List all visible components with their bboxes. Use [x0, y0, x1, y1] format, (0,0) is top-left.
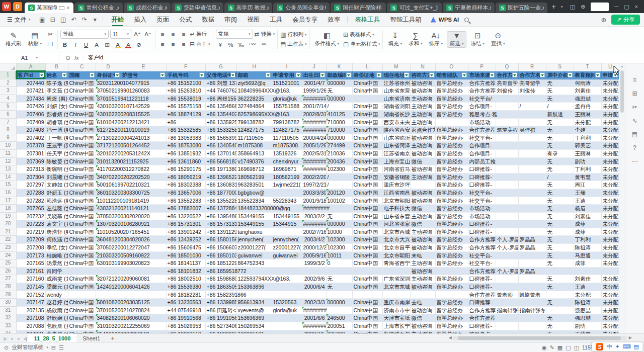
row-number[interactable]: 2	[0, 79, 16, 87]
cell[interactable]: 留学总经办	[435, 251, 468, 259]
cell[interactable]: 未分配	[601, 173, 619, 181]
cell[interactable]	[121, 267, 166, 275]
cell[interactable]: +86 1391129694	[205, 228, 236, 236]
cell[interactable]: China中国	[352, 134, 382, 142]
cell[interactable]	[518, 283, 546, 291]
cell[interactable]	[496, 173, 518, 181]
cell[interactable]	[518, 149, 546, 157]
font-color-button[interactable]: A	[124, 40, 133, 49]
cell[interactable]: +86 13552283	[166, 197, 205, 205]
cell[interactable]: 无	[546, 314, 574, 322]
cell[interactable]: 000000	[326, 220, 352, 228]
cell[interactable]: 0	[326, 259, 352, 268]
thousands-format-button[interactable]: ‰	[237, 40, 246, 49]
cell[interactable]: +86 13439252	[166, 236, 205, 244]
cell[interactable]: 雅思考点-	[468, 330, 496, 333]
cell[interactable]: 207147	[16, 299, 45, 307]
cell[interactable]: 未分配	[601, 110, 619, 118]
font-name-select[interactable]: 等线▾	[60, 30, 109, 39]
cell[interactable]	[272, 259, 302, 268]
add-sheet-button[interactable]: +	[106, 334, 119, 342]
cell[interactable]: 358664913	[236, 149, 272, 157]
globe-icon[interactable]: ⊕	[581, 4, 585, 10]
document-tab[interactable]: S公务员国企事业单位	[273, 3, 330, 13]
cell[interactable]: 口碑推荐-	[468, 275, 496, 283]
cell[interactable]: gloria@uk	[272, 95, 302, 103]
cell[interactable]: +86 15263810	[166, 87, 205, 95]
cell[interactable]	[518, 330, 546, 333]
cell[interactable]: 吕同学	[45, 267, 68, 275]
cell[interactable]: 未分配	[601, 79, 619, 87]
cell[interactable]: jennychen(	[236, 236, 272, 244]
cell[interactable]: +86 15026953	[166, 322, 205, 330]
cell[interactable]: China中国	[352, 197, 382, 205]
header-cell[interactable]: 邮政编码	[326, 71, 352, 79]
close-tab-icon[interactable]: ×	[66, 5, 70, 12]
help-icon[interactable]: ?	[633, 144, 636, 151]
formula-input[interactable]: 客户id	[84, 54, 104, 61]
cell[interactable]: 留学总经办	[435, 149, 468, 157]
wps-ai-button[interactable]: WPS AI	[439, 17, 459, 23]
cell[interactable]: 黄嘉仪 (女	[45, 330, 68, 333]
cell[interactable]: 370105199411221118	[96, 95, 121, 103]
ime-language-mode[interactable]: 中	[606, 343, 612, 350]
cell[interactable]: 207402	[16, 134, 45, 142]
cell[interactable]: ########	[302, 220, 326, 228]
cell[interactable]: 雅思考点-雅	[468, 110, 496, 118]
cell[interactable]: 新航道	[546, 110, 574, 118]
cell[interactable]	[302, 291, 326, 299]
cell[interactable]: 210303200509160922	[96, 251, 121, 259]
cell[interactable]: 825798695XXX@163.	[236, 110, 272, 118]
cell[interactable]: 刘俊伶	[496, 87, 518, 95]
cell[interactable]	[496, 181, 518, 189]
cell[interactable]: 天津市宝坻	[382, 314, 410, 322]
cell[interactable]: 周煜 (男)	[45, 95, 68, 103]
cell[interactable]: +86 15152100	[166, 79, 205, 87]
header-cell[interactable]: 现住地址	[382, 71, 410, 79]
cell[interactable]: /	[518, 103, 546, 111]
cell[interactable]: 韩浩远 (男	[45, 197, 68, 205]
cell[interactable]: China中国	[68, 314, 96, 322]
cell[interactable]: +86 52734062	[205, 322, 236, 330]
cell[interactable]: 无	[546, 134, 574, 142]
cell[interactable]	[496, 314, 518, 322]
cell[interactable]	[518, 189, 546, 197]
cell[interactable]: 未分配	[601, 322, 619, 330]
header-cell[interactable]: 手机号码	[166, 71, 205, 79]
filter-dropdown-icon[interactable]	[490, 72, 495, 77]
cell[interactable]: 丁利利	[574, 165, 601, 173]
row-number[interactable]: 9	[0, 134, 16, 142]
cell[interactable]: 主动咨询	[410, 142, 435, 150]
file-menu-button[interactable]: ☰ 文件 ▾	[4, 16, 33, 24]
cell[interactable]: 留学总经办	[435, 275, 468, 283]
cell[interactable]: 青海省西宁	[382, 259, 410, 268]
cell[interactable]: 无	[326, 275, 352, 283]
ime-panel-icon[interactable]: ▤	[634, 343, 639, 350]
cell[interactable]: +86 1859518772	[205, 267, 236, 275]
cell[interactable]: 10011	[326, 251, 352, 259]
cell[interactable]: 主动咨询	[410, 118, 435, 126]
ime-symbol-icon[interactable]: ✦	[615, 343, 619, 350]
document-tab[interactable]: S成都公积金.xlsx	[124, 3, 171, 13]
cell[interactable]: /	[326, 181, 352, 189]
cell[interactable]: 未分配	[601, 299, 619, 307]
header-cell[interactable]: 父母电话号码	[205, 71, 236, 79]
cell[interactable]: 无	[546, 157, 574, 165]
cell[interactable]	[518, 205, 546, 213]
board-view-icon[interactable]: ⊟	[51, 344, 56, 351]
cell[interactable]: 合作方推荐	[468, 291, 496, 299]
cell[interactable]: 北京市昌平	[382, 244, 410, 252]
cell[interactable]: 无	[546, 244, 574, 252]
cell[interactable]	[302, 267, 326, 275]
cell[interactable]: 重庆市沙坪	[382, 181, 410, 189]
cell[interactable]: 合作方推荐	[468, 236, 496, 244]
cell[interactable]: China中国	[68, 118, 96, 126]
cell[interactable]: 117110505	[272, 134, 302, 142]
cell[interactable]: 强思喆	[574, 306, 601, 314]
cell[interactable]: China中国	[68, 79, 96, 87]
cell[interactable]: China中国	[352, 251, 382, 259]
cell[interactable]: 55228343	[272, 197, 302, 205]
cell[interactable]: 未分配	[601, 259, 619, 268]
cell[interactable]: 654101200007050581	[96, 330, 121, 333]
row-number[interactable]: 19	[0, 212, 16, 220]
